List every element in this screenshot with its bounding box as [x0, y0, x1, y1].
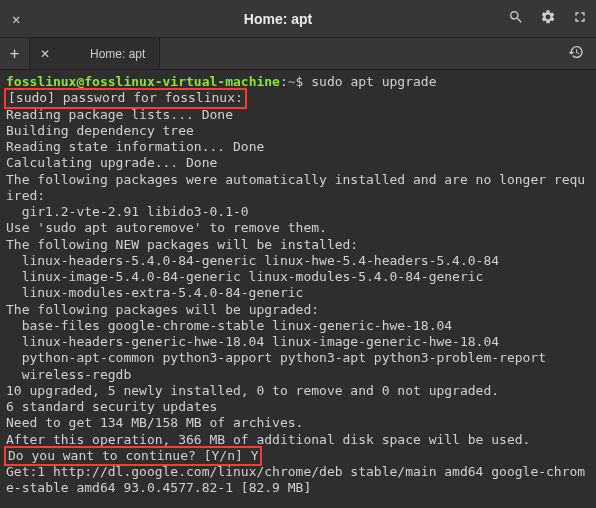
- search-icon[interactable]: [508, 9, 524, 28]
- output-line: linux-headers-generic-hwe-18.04 linux-im…: [6, 334, 590, 350]
- continue-prompt-line: Do you want to continue? [Y/n] Y: [6, 448, 590, 464]
- output-line: The following NEW packages will be insta…: [6, 237, 590, 253]
- output-line: Calculating upgrade... Done: [6, 155, 590, 171]
- output-line: gir1.2-vte-2.91 libido3-0.1-0: [6, 204, 590, 220]
- output-line: Reading package lists... Done: [6, 107, 590, 123]
- history-icon[interactable]: [568, 44, 584, 63]
- prompt-path: ~: [288, 74, 296, 89]
- tab-label: Home: apt: [90, 47, 145, 61]
- output-line: Get:1 http://dl.google.com/linux/chrome/…: [6, 464, 590, 497]
- titlebar-controls: [508, 9, 588, 28]
- output-line: linux-modules-extra-5.4.0-84-generic: [6, 285, 590, 301]
- gear-icon[interactable]: [540, 9, 556, 28]
- window-titlebar: ✕ Home: apt: [0, 0, 596, 38]
- output-line: python-apt-common python3-apport python3…: [6, 350, 590, 366]
- window-title: Home: apt: [48, 11, 508, 27]
- command-text: sudo apt upgrade: [311, 74, 436, 89]
- output-line: Building dependency tree: [6, 123, 590, 139]
- new-tab-button[interactable]: +: [0, 38, 30, 69]
- output-line: Reading state information... Done: [6, 139, 590, 155]
- output-line: The following packages will be upgraded:: [6, 302, 590, 318]
- output-line: linux-headers-5.4.0-84-generic linux-hwe…: [6, 253, 590, 269]
- output-line: Need to get 134 MB/158 MB of archives.: [6, 415, 590, 431]
- prompt-colon: :: [280, 74, 288, 89]
- highlight-continue: Do you want to continue? [Y/n] Y: [4, 446, 262, 466]
- output-line: The following packages were automaticall…: [6, 172, 590, 205]
- tabbar-right: [160, 38, 596, 69]
- prompt-userhost: fosslinux@fosslinux-virtual-machine: [6, 74, 280, 89]
- titlebar-left: ✕: [8, 7, 48, 31]
- terminal-output[interactable]: fosslinux@fosslinux-virtual-machine:~$ s…: [0, 70, 596, 501]
- tab-close-icon[interactable]: ✕: [40, 47, 50, 61]
- highlight-password: [sudo] password for fosslinux:: [4, 88, 247, 108]
- fullscreen-icon[interactable]: [572, 9, 588, 28]
- output-line: Use 'sudo apt autoremove' to remove them…: [6, 220, 590, 236]
- output-line: base-files google-chrome-stable linux-ge…: [6, 318, 590, 334]
- tab-active[interactable]: ✕ Home: apt: [30, 38, 160, 69]
- output-line: 10 upgraded, 5 newly installed, 0 to rem…: [6, 383, 590, 399]
- password-line: [sudo] password for fosslinux:: [6, 90, 590, 106]
- prompt-dollar: $: [296, 74, 304, 89]
- output-line: wireless-regdb: [6, 367, 590, 383]
- close-icon[interactable]: ✕: [8, 7, 24, 31]
- tab-bar: + ✕ Home: apt: [0, 38, 596, 70]
- output-line: 6 standard security updates: [6, 399, 590, 415]
- output-line: linux-image-5.4.0-84-generic linux-modul…: [6, 269, 590, 285]
